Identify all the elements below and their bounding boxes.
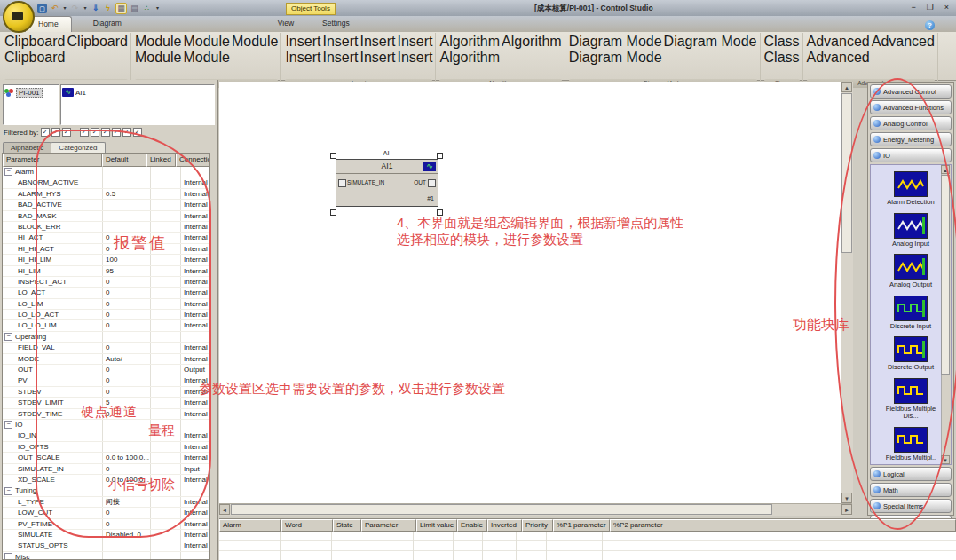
parameter-row[interactable]: PV_FTIME 0 Internal bbox=[3, 519, 209, 530]
ribbon-button[interactable]: Insert bbox=[359, 34, 395, 50]
scrollbar-thumb[interactable] bbox=[941, 175, 950, 375]
app-logo[interactable] bbox=[3, 1, 35, 33]
ribbon-button[interactable]: Advanced bbox=[872, 34, 935, 50]
parameter-row[interactable]: HI_LIM 95 Internal bbox=[3, 266, 209, 277]
scroll-down-icon[interactable]: ▼ bbox=[841, 493, 852, 503]
ribbon-button[interactable]: Insert bbox=[322, 34, 358, 50]
filter-checkbox[interactable]: ✓ bbox=[91, 128, 99, 137]
scroll-up-icon[interactable]: ▲ bbox=[941, 165, 950, 174]
ribbon-button[interactable]: Module bbox=[232, 34, 278, 50]
ribbon-button[interactable]: Algorithm bbox=[502, 34, 562, 50]
expander-icon[interactable] bbox=[4, 553, 12, 560]
parameter-row[interactable]: SIMULATE_IN 0 Input bbox=[3, 464, 209, 475]
expander-icon[interactable] bbox=[4, 168, 12, 176]
parameter-row[interactable]: IO bbox=[3, 420, 209, 430]
filter-checkbox[interactable]: ✓ bbox=[112, 128, 121, 137]
filter-checkbox[interactable]: ✓ bbox=[101, 128, 110, 137]
input-pin[interactable] bbox=[338, 179, 346, 187]
palette-category[interactable]: Energy_Metering bbox=[870, 132, 952, 146]
filter-checkbox[interactable]: ✓ bbox=[41, 128, 50, 137]
parameter-row[interactable]: INSPECT_ACT 0 Internal bbox=[3, 277, 209, 288]
palette-item[interactable]: Discrete Output bbox=[871, 336, 951, 372]
ribbon-button[interactable]: Diagram Mode bbox=[664, 34, 757, 50]
scrollbar-thumb[interactable] bbox=[231, 504, 772, 515]
more-icon[interactable] bbox=[154, 4, 161, 13]
download-icon[interactable] bbox=[91, 4, 100, 13]
ribbon-button[interactable]: Clipboard bbox=[67, 34, 127, 50]
canvas-horizontal-scrollbar[interactable]: ◄ ► bbox=[219, 503, 852, 516]
parameter-row[interactable]: Operating bbox=[3, 332, 209, 343]
scroll-left-icon[interactable]: ◄ bbox=[219, 504, 230, 515]
ai1-function-block[interactable]: AI1 ∿ SIMULATE_IN OUT #1 bbox=[336, 159, 438, 207]
parameter-row[interactable]: LOW_CUT 0 Internal bbox=[3, 508, 209, 518]
restore-button[interactable]: ❐ bbox=[927, 3, 934, 12]
help-icon[interactable]: ? bbox=[925, 20, 935, 30]
scroll-right-icon[interactable]: ► bbox=[841, 504, 852, 515]
selection-handle[interactable] bbox=[330, 209, 336, 216]
ribbon-button[interactable]: Module bbox=[135, 34, 181, 50]
ribbon-tab[interactable]: View bbox=[265, 16, 306, 31]
parameter-row[interactable]: BAD_ACTIVE Internal bbox=[3, 200, 209, 210]
parameter-row[interactable]: STATUS_OPTS Internal bbox=[3, 540, 209, 551]
output-pin[interactable] bbox=[428, 179, 436, 187]
minimize-button[interactable]: − bbox=[911, 3, 915, 12]
ribbon-button[interactable]: Clipboard bbox=[4, 50, 65, 66]
parameter-row[interactable]: HI_ACT 0 Internal bbox=[3, 233, 209, 243]
ribbon-button[interactable]: Algorithm bbox=[439, 34, 500, 50]
parameter-row[interactable]: ABNORM_ACTIVE Internal bbox=[3, 177, 209, 188]
palette-item[interactable]: Discrete Input bbox=[871, 296, 951, 331]
ribbon-tab[interactable]: Settings bbox=[310, 16, 362, 31]
alarm-table-body[interactable] bbox=[219, 532, 956, 560]
palette-item[interactable]: Analog Output bbox=[871, 254, 951, 289]
module-icon[interactable] bbox=[142, 4, 152, 13]
parameter-row[interactable]: LO_LO_LIM 0 Internal bbox=[3, 320, 209, 331]
palette-category[interactable]: Analog Control bbox=[870, 116, 952, 130]
ribbon-button[interactable]: Insert bbox=[322, 50, 358, 66]
parameter-row[interactable]: Tuning bbox=[3, 485, 209, 496]
filter-checkbox[interactable]: ✓ bbox=[122, 128, 131, 137]
selection-handle[interactable] bbox=[437, 209, 443, 216]
ribbon-button[interactable]: Class bbox=[764, 50, 800, 66]
ribbon-button[interactable]: Insert bbox=[397, 34, 432, 50]
ribbon-button[interactable]: Advanced bbox=[807, 50, 870, 66]
ribbon-button[interactable]: Insert bbox=[359, 50, 395, 66]
parameter-row[interactable]: MODE Auto/ Internal bbox=[3, 354, 209, 365]
palette-category[interactable]: Advanced Control bbox=[870, 84, 952, 99]
list-item-block[interactable]: ∿ AI1 bbox=[61, 85, 214, 99]
scroll-down-icon[interactable]: ▼ bbox=[941, 455, 950, 464]
parameter-view-tab[interactable]: Categorized bbox=[51, 142, 105, 153]
ribbon-button[interactable]: Algorithm bbox=[439, 50, 500, 66]
parameter-row[interactable]: Alarm bbox=[3, 167, 209, 177]
palette-category[interactable]: IO bbox=[870, 148, 952, 162]
ribbon-button[interactable]: Class bbox=[764, 34, 800, 50]
parameter-row[interactable]: HI_HI_LIM 100 Internal bbox=[3, 255, 209, 265]
selection-handle[interactable] bbox=[437, 153, 443, 159]
ribbon-button[interactable]: Diagram Mode bbox=[569, 34, 662, 50]
parameter-row[interactable]: OUT_SCALE 0.0 to 100.0... Internal bbox=[3, 453, 209, 463]
parameter-row[interactable]: SIMULATE Disabled, 0 Internal bbox=[3, 530, 209, 540]
ribbon-button[interactable]: Advanced bbox=[807, 34, 870, 50]
parameter-row[interactable]: L_TYPE 间接 Internal bbox=[3, 497, 209, 508]
parameter-row[interactable]: OUT 0 Output bbox=[3, 365, 209, 375]
save-icon[interactable] bbox=[37, 4, 47, 13]
ribbon-button[interactable]: Module bbox=[183, 50, 229, 66]
palette-scrollbar[interactable]: ▲ ▼ bbox=[941, 165, 951, 464]
parameter-row[interactable]: XD_SCALE 0.0 to 100.0... Internal bbox=[3, 475, 209, 485]
scroll-up-icon[interactable]: ▲ bbox=[841, 82, 852, 92]
undo-icon[interactable] bbox=[50, 4, 59, 13]
ribbon-tab[interactable]: Diagram bbox=[81, 16, 134, 31]
dropdown-icon[interactable] bbox=[62, 4, 67, 13]
parameter-row[interactable]: LO_LIM 0 Internal bbox=[3, 299, 209, 310]
parameter-row[interactable]: IO_OPTS Internal bbox=[3, 442, 209, 453]
tree-item-module[interactable]: PI-001 bbox=[4, 85, 59, 100]
palette-item[interactable]: Fieldbus Multiple Dis... bbox=[871, 378, 951, 421]
filter-checkbox[interactable]: ✓ bbox=[51, 128, 60, 137]
parameter-row[interactable]: Misc bbox=[3, 552, 209, 560]
palette-category[interactable]: Logical bbox=[870, 467, 952, 481]
online-icon[interactable] bbox=[103, 4, 113, 13]
palette-category[interactable]: Advanced Functions bbox=[870, 100, 952, 114]
filter-checkbox[interactable]: ✓ bbox=[62, 128, 71, 137]
palette-item[interactable]: Fieldbus Multipl.. bbox=[871, 427, 951, 462]
parameter-row[interactable]: STDEV 0 Internal bbox=[3, 387, 209, 398]
parameter-row[interactable]: FIELD_VAL 0 Internal bbox=[3, 343, 209, 353]
